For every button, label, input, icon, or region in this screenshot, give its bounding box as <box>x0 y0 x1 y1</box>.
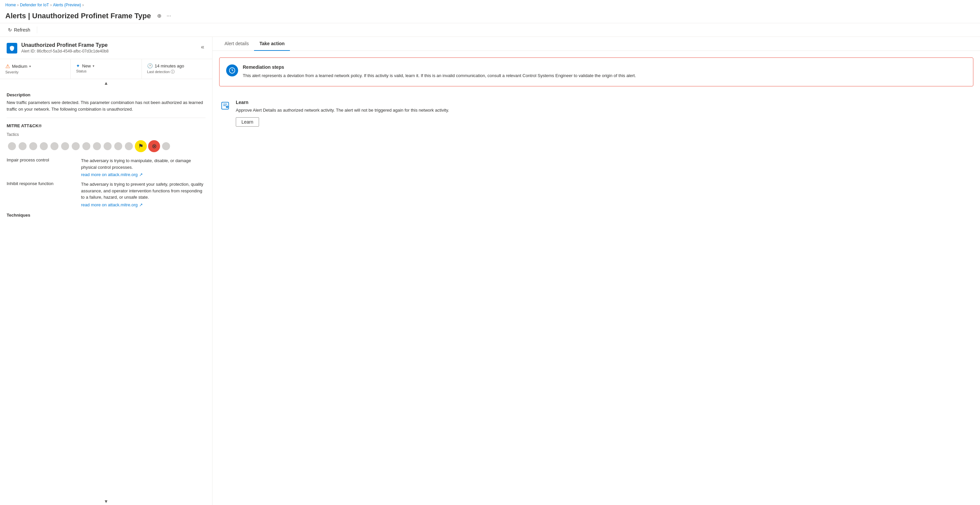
learn-icon <box>219 100 231 112</box>
more-options-icon[interactable]: ··· <box>165 12 172 20</box>
detection-meta-label: Last detection ⓘ <box>147 69 207 75</box>
breadcrumb: Home › Defender for IoT › Alerts (Previe… <box>0 0 980 10</box>
external-link-icon-1: ↗ <box>139 172 143 177</box>
right-content: Remediation steps This alert represents … <box>213 51 980 505</box>
severity-meta-item[interactable]: ⚠ Medium ▾ Severity <box>0 59 71 79</box>
techniques-title: Techniques <box>6 213 205 218</box>
remediation-box: Remediation steps This alert represents … <box>219 57 974 86</box>
tactic-1-link[interactable]: read more on attack.mitre.org ↗ <box>81 172 143 177</box>
alert-meta: ⚠ Medium ▾ Severity ✦ New ▾ Status 🕐 14 … <box>0 59 212 79</box>
tactic-dot-10 <box>103 142 111 150</box>
tabs: Alert details Take action <box>213 37 980 51</box>
tactic-dot-1 <box>8 142 16 150</box>
toolbar: ↻ Refresh <box>0 23 980 37</box>
learn-title: Learn <box>236 100 449 105</box>
right-panel: Alert details Take action Remediation st… <box>213 37 980 505</box>
detection-meta-item: 🕐 14 minutes ago Last detection ⓘ <box>142 59 212 79</box>
warning-icon: ⚠ <box>5 63 10 69</box>
tactic-dot-12 <box>125 142 133 150</box>
severity-meta-label: Severity <box>5 70 65 74</box>
refresh-button[interactable]: ↻ Refresh <box>5 26 33 34</box>
breadcrumb-home[interactable]: Home <box>5 3 16 7</box>
scroll-down-button[interactable]: ▼ <box>0 497 212 505</box>
refresh-icon: ↻ <box>8 27 12 33</box>
remediation-title: Remediation steps <box>243 64 636 70</box>
severity-value: ⚠ Medium ▾ <box>5 63 65 69</box>
alert-id: Alert ID: 86cfbccf-5a3d-4549-afbc-07d3c1… <box>21 49 108 54</box>
learn-section: Learn Approve Alert Details as authorize… <box>219 94 974 132</box>
alert-shield-icon: ! <box>6 43 17 54</box>
page-header: Alerts | Unauthorized Profinet Frame Typ… <box>0 10 980 23</box>
status-label: New <box>82 64 91 69</box>
scroll-up-button[interactable]: ▲ <box>0 79 212 87</box>
alert-name: Unauthorized Profinet Frame Type <box>21 42 108 48</box>
main-layout: ! Unauthorized Profinet Frame Type Alert… <box>0 37 980 505</box>
tactic-2-link[interactable]: read more on attack.mitre.org ↗ <box>81 202 143 207</box>
detection-value: 🕐 14 minutes ago <box>147 63 207 69</box>
toolbar-divider <box>37 27 37 33</box>
external-link-icon-2: ↗ <box>139 202 143 207</box>
status-meta-label: Status <box>76 69 136 73</box>
left-panel: ! Unauthorized Profinet Frame Type Alert… <box>0 37 213 505</box>
tactic-dot-5 <box>51 142 59 150</box>
description-text: New traffic parameters were detected. Th… <box>6 99 205 112</box>
tactic-1-desc: The adversary is trying to manipulate, d… <box>81 158 205 170</box>
remediation-text: This alert represents a deviation from a… <box>243 72 636 80</box>
status-chevron-icon: ▾ <box>93 64 94 68</box>
tactic-dot-11 <box>114 142 122 150</box>
tactic-dot-4 <box>40 142 48 150</box>
tactic-dot-9 <box>93 142 101 150</box>
header-icons: ⊕ ··· <box>156 11 172 20</box>
tactics-dots: ⚑ ⊗ <box>6 140 205 152</box>
tactic-2-desc-block: The adversary is trying to prevent your … <box>81 181 205 207</box>
alert-title-block: Unauthorized Profinet Frame Type Alert I… <box>21 42 108 54</box>
svg-text:!: ! <box>12 47 13 50</box>
alert-header-left: ! Unauthorized Profinet Frame Type Alert… <box>6 42 108 54</box>
collapse-panel-button[interactable]: « <box>200 42 205 52</box>
tactic-dot-2 <box>19 142 27 150</box>
spinner-icon: ✦ <box>76 63 80 69</box>
tactic-dot-15 <box>162 142 170 150</box>
detection-info-icon[interactable]: ⓘ <box>171 69 175 74</box>
learn-content: Learn Approve Alert Details as authorize… <box>236 100 449 127</box>
tactic-dot-3 <box>29 142 37 150</box>
remediation-icon <box>226 64 238 76</box>
learn-text: Approve Alert Details as authorized netw… <box>236 107 449 114</box>
tactic-icon-1: ⚑ <box>135 140 147 152</box>
tactic-1-desc-block: The adversary is trying to manipulate, d… <box>81 158 205 177</box>
alert-content: Description New traffic parameters were … <box>0 87 212 497</box>
mitre-title: MITRE ATT&CK® <box>6 123 205 128</box>
breadcrumb-alerts[interactable]: Alerts (Preview) <box>53 3 81 7</box>
status-meta-item[interactable]: ✦ New ▾ Status <box>71 59 142 79</box>
tactic-row-2: Inhibit response function The adversary … <box>6 181 205 207</box>
severity-chevron-icon: ▾ <box>29 64 31 68</box>
description-title: Description <box>6 92 205 97</box>
tactic-icon-2: ⊗ <box>148 140 160 152</box>
tactics-label: Tactics <box>6 132 205 137</box>
section-divider-1 <box>6 118 205 118</box>
tactic-dot-active-2: ⊗ <box>148 140 160 152</box>
tactic-2-name: Inhibit response function <box>6 181 73 207</box>
clock-icon: 🕐 <box>147 63 153 69</box>
alert-header: ! Unauthorized Profinet Frame Type Alert… <box>0 37 212 59</box>
tactic-dot-7 <box>72 142 80 150</box>
pin-icon[interactable]: ⊕ <box>156 11 163 20</box>
severity-label: Medium <box>12 64 27 69</box>
page-title: Alerts | Unauthorized Profinet Frame Typ… <box>5 12 151 20</box>
tactic-1-name: Impair process control <box>6 158 73 177</box>
tactic-dot-6 <box>61 142 69 150</box>
learn-button[interactable]: Learn <box>236 117 259 127</box>
tactic-row-1: Impair process control The adversary is … <box>6 158 205 177</box>
tactic-dot-8 <box>82 142 90 150</box>
status-value: ✦ New ▾ <box>76 63 136 69</box>
tab-alert-details[interactable]: Alert details <box>219 37 254 51</box>
remediation-content: Remediation steps This alert represents … <box>243 64 636 80</box>
tactic-dot-active-1: ⚑ <box>135 140 147 152</box>
tactic-2-desc: The adversary is trying to prevent your … <box>81 181 205 201</box>
tab-take-action[interactable]: Take action <box>254 37 290 51</box>
detection-time: 14 minutes ago <box>155 64 184 69</box>
breadcrumb-defender[interactable]: Defender for IoT <box>20 3 49 7</box>
